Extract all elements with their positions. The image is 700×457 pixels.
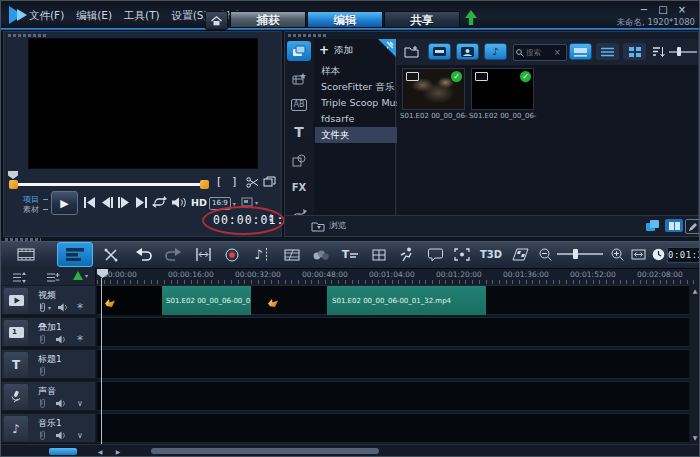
browse-button[interactable]: 浏览 (311, 220, 346, 232)
minimize-button[interactable]: − (637, 4, 651, 15)
trim-end-handle[interactable] (200, 180, 209, 189)
project-duration-button[interactable] (650, 247, 666, 262)
paperclip-icon[interactable] (38, 398, 47, 409)
split-clip-button[interactable] (246, 176, 259, 189)
view-grid-button[interactable] (623, 43, 646, 60)
rail-media-button[interactable] (287, 41, 311, 61)
update-arrow-icon[interactable] (465, 10, 477, 26)
multi-trim-button[interactable] (193, 246, 213, 263)
trim-start-handle[interactable] (9, 180, 18, 189)
rail-transition-button[interactable]: AB (288, 97, 310, 113)
title-track-lane[interactable] (97, 349, 689, 379)
timeline-clip-1[interactable]: S01.E02 00_00_06-00_01 (102, 286, 251, 315)
overlay-track-lane[interactable] (97, 317, 689, 347)
undo-button[interactable] (132, 245, 154, 264)
video-track-icon[interactable] (4, 288, 28, 313)
folder-item-triplescoop[interactable]: Triple Scoop Music (315, 95, 401, 111)
timeline-view-button[interactable] (57, 242, 93, 267)
prev-frame-button[interactable] (101, 197, 113, 208)
music-track-icon[interactable]: ♪ (4, 416, 28, 441)
volume-button[interactable] (172, 197, 187, 208)
sort-button[interactable] (651, 43, 667, 60)
library-panel-handle[interactable] (288, 34, 328, 37)
paperclip-icon[interactable] (38, 334, 47, 345)
timeline-clip-2[interactable]: S01.E02 00_00_06-00_01_32.mp4 (264, 286, 486, 315)
timeline-mini-zoom[interactable] (49, 448, 77, 455)
split-screen-template-button[interactable] (509, 246, 531, 263)
filter-audio-button[interactable]: ♪ (484, 43, 507, 60)
import-media-button[interactable] (402, 43, 422, 60)
show-library-panel-button[interactable] (644, 219, 662, 232)
track-manager-button[interactable] (45, 271, 61, 283)
menu-tools[interactable]: 工具(T) (118, 6, 166, 24)
mask-creator-button[interactable] (451, 246, 473, 263)
overlay-track-icon[interactable]: 1 (4, 320, 28, 345)
go-end-button[interactable] (135, 197, 148, 208)
hd-toggle[interactable]: HD (191, 197, 207, 208)
scroll-right-button[interactable]: ▶ (113, 448, 123, 456)
track-height-button[interactable] (11, 271, 27, 283)
thumb-size-slider-thumb[interactable] (677, 47, 681, 56)
audio-split-button[interactable]: ♪ (251, 246, 273, 263)
track-ribbon-button[interactable]: ▾ (38, 302, 51, 313)
add-track-button[interactable]: ▾ (73, 271, 88, 280)
paperclip-icon[interactable] (38, 430, 47, 441)
track-manager-grid-button[interactable] (369, 246, 389, 263)
track-mute-button[interactable] (58, 303, 70, 312)
title-3d-button[interactable]: T3D (478, 247, 504, 262)
rail-graphics-button[interactable] (288, 151, 310, 169)
track-mute-button[interactable] (56, 431, 68, 440)
scroll-up-button[interactable]: ▲ (690, 285, 700, 295)
menu-file[interactable]: 文件(F) (23, 6, 70, 24)
mode-project[interactable]: 项目 (23, 195, 39, 204)
paperclip-icon[interactable] (38, 366, 47, 377)
media-thumbnail-1[interactable]: ✓ (402, 68, 465, 110)
rail-title-button[interactable]: T (288, 123, 310, 141)
edit-button[interactable] (685, 219, 700, 234)
ripple-edit-button[interactable]: * (77, 303, 83, 313)
search-clear-button[interactable]: × (554, 48, 561, 57)
track-mute-button[interactable] (56, 335, 68, 344)
record-capture-button[interactable] (222, 246, 242, 263)
music-track-lane[interactable] (97, 413, 689, 443)
view-thumbnail-button[interactable] (569, 43, 592, 60)
mode-clip[interactable]: 素材 (23, 205, 39, 214)
dual-view-button[interactable] (665, 219, 683, 232)
scroll-down-button[interactable]: ▼ (690, 434, 700, 442)
tab-capture[interactable]: 捕获 (230, 11, 306, 28)
view-list-button[interactable] (596, 43, 619, 60)
preview-panel-handle[interactable] (8, 34, 48, 37)
timeline-playhead-line[interactable] (101, 278, 102, 444)
tab-share[interactable]: 共享 (384, 11, 460, 28)
rail-instant-project-button[interactable] (288, 69, 310, 87)
storyboard-view-button[interactable] (15, 246, 37, 263)
voice-track-lane[interactable] (97, 381, 689, 411)
timeline-zoom-slider-thumb[interactable] (573, 249, 578, 259)
filter-video-button[interactable] (428, 43, 451, 60)
waveform-toggle[interactable]: ∨ (77, 432, 83, 440)
next-frame-button[interactable] (118, 197, 130, 208)
timeline-vscrollbar[interactable]: ▲ ▼ (690, 285, 700, 444)
fit-project-button[interactable] (629, 247, 647, 262)
tab-edit[interactable]: 编辑 (307, 11, 383, 28)
timeline-hscrollbar-thumb[interactable] (151, 448, 379, 454)
add-gallery-button[interactable]: + 添加 (319, 43, 353, 57)
scroll-left-button[interactable]: ◀ (95, 448, 105, 456)
filter-photo-button[interactable] (456, 43, 479, 60)
customize-motion-button[interactable] (425, 246, 445, 263)
zoom-in-button[interactable] (609, 247, 625, 262)
waveform-toggle[interactable]: ∨ (77, 400, 83, 408)
smart-scene-button[interactable] (282, 246, 302, 263)
search-input[interactable] (526, 48, 552, 57)
home-button[interactable] (205, 11, 228, 30)
mark-out-button[interactable]: ] (232, 175, 236, 188)
paint-creator-button[interactable] (311, 246, 331, 263)
folder-item-folder[interactable]: 文件夹 (315, 127, 401, 143)
loop-button[interactable] (152, 196, 167, 208)
motion-tracking-button[interactable] (396, 245, 418, 264)
voice-track-icon[interactable] (4, 384, 28, 409)
play-button[interactable]: ▶ (51, 191, 78, 215)
ripple-edit-button[interactable]: * (77, 335, 83, 345)
enlarge-preview-button[interactable] (263, 176, 276, 188)
zoom-out-button[interactable] (537, 247, 553, 262)
